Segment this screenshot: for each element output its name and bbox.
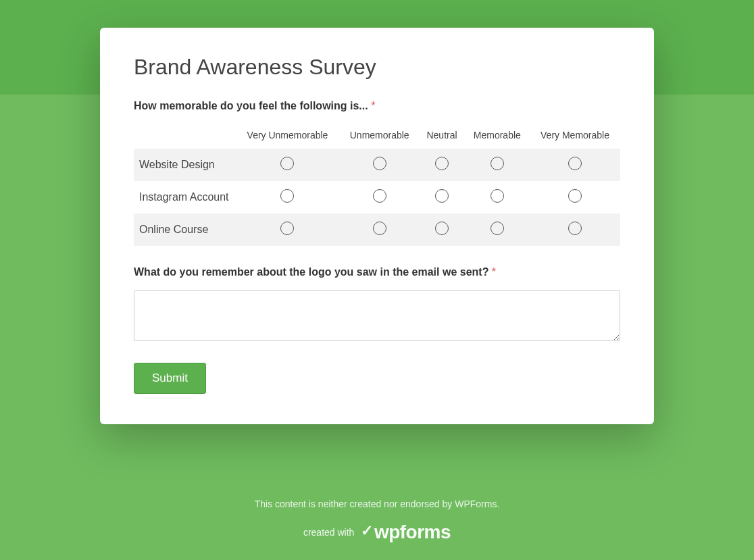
logo-memory-textarea[interactable] <box>134 290 620 341</box>
question-1-text: How memorable do you feel the following … <box>134 100 368 111</box>
col-header-4: Memorable <box>465 124 530 149</box>
table-row: Instagram Account <box>134 181 620 213</box>
radio-r3-c5[interactable] <box>568 222 582 235</box>
survey-card: Brand Awareness Survey How memorable do … <box>100 28 654 424</box>
radio-r2-c1[interactable] <box>280 189 294 203</box>
brand-text: wpforms <box>374 521 451 543</box>
likert-matrix: Very Unmemorable Unmemorable Neutral Mem… <box>134 124 620 246</box>
col-header-3: Neutral <box>419 124 464 149</box>
page-footer: This content is neither created nor endo… <box>0 499 754 543</box>
col-header-1: Very Unmemorable <box>235 124 340 149</box>
col-header-5: Very Memorable <box>530 124 620 149</box>
submit-button[interactable]: Submit <box>134 363 206 394</box>
radio-r2-c2[interactable] <box>373 189 386 203</box>
row-label-1: Website Design <box>134 149 235 181</box>
col-header-2: Unmemorable <box>340 124 419 149</box>
radio-r3-c4[interactable] <box>491 222 504 235</box>
table-row: Online Course <box>134 213 620 246</box>
radio-r3-c3[interactable] <box>435 222 449 235</box>
radio-r3-c1[interactable] <box>280 222 294 235</box>
question-2-text: What do you remember about the logo you … <box>134 266 488 278</box>
radio-r1-c3[interactable] <box>435 157 449 170</box>
page-title: Brand Awareness Survey <box>134 55 620 80</box>
row-label-2: Instagram Account <box>134 181 235 213</box>
question-2-label: What do you remember about the logo you … <box>134 266 620 278</box>
radio-r1-c4[interactable] <box>491 157 504 170</box>
radio-r2-c4[interactable] <box>491 189 504 203</box>
created-with-line: created with ✓wpforms <box>0 521 754 543</box>
radio-r3-c2[interactable] <box>373 222 386 235</box>
table-row: Website Design <box>134 149 620 181</box>
created-with-text: created with <box>303 527 354 538</box>
radio-r1-c1[interactable] <box>280 157 294 170</box>
radio-r1-c2[interactable] <box>373 157 386 170</box>
radio-r2-c3[interactable] <box>435 189 449 203</box>
footer-disclaimer: This content is neither created nor endo… <box>0 499 754 509</box>
required-indicator: * <box>371 100 375 111</box>
row-label-3: Online Course <box>134 213 235 246</box>
check-icon: ✓ <box>361 522 373 540</box>
question-1-label: How memorable do you feel the following … <box>134 100 620 112</box>
required-indicator: * <box>492 266 496 278</box>
radio-r1-c5[interactable] <box>568 157 582 170</box>
radio-r2-c5[interactable] <box>568 189 582 203</box>
matrix-corner <box>134 124 235 149</box>
wpforms-logo: ✓wpforms <box>361 521 451 543</box>
